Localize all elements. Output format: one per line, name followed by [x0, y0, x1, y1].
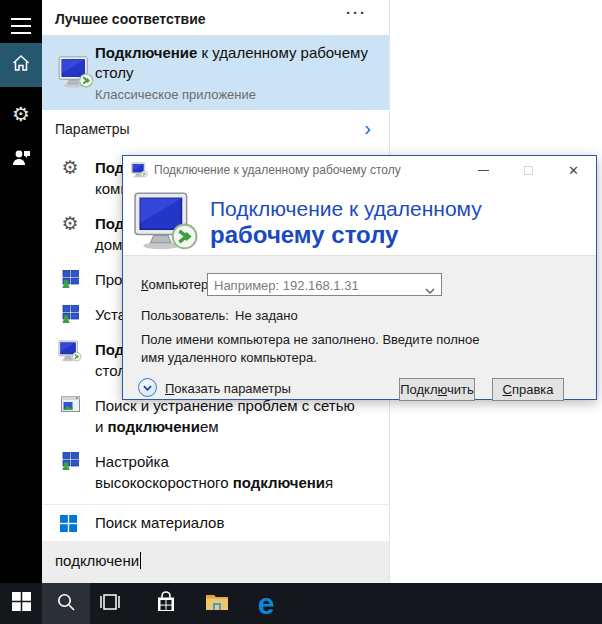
computer-label: Компьютер:: [141, 277, 212, 292]
dialog-title: Подключение к удаленному рабочему столу: [154, 163, 401, 177]
computer-combobox[interactable]: Например: 192.168.1.31: [207, 273, 442, 296]
troubleshoot-icon: [58, 396, 82, 418]
edge-icon: e: [258, 589, 275, 619]
connect-button[interactable]: Подключить: [399, 378, 475, 401]
network-icon: [58, 270, 82, 292]
computer-placeholder: Например: 192.168.1.31: [214, 278, 359, 293]
dialog-titlebar[interactable]: Подключение к удаленному рабочему столу …: [123, 156, 596, 185]
best-match-subtitle: Классическое приложение: [95, 85, 383, 105]
search-result-label: Поиск и устранение проблем с сетьюи подк…: [95, 395, 389, 437]
dialog-banner: Подключение к удаленному рабочему столу: [123, 185, 596, 256]
settings-section-row[interactable]: Параметры ›: [42, 110, 389, 150]
banner-title-line2: рабочему столу: [210, 221, 398, 249]
task-view-button[interactable]: [88, 583, 132, 624]
best-match-item[interactable]: Подключение к удаленному рабочему столу …: [42, 35, 389, 110]
gear-icon: ⚙: [58, 214, 82, 236]
banner-title-line1: Подключение к удаленному: [210, 197, 482, 221]
rdp-icon: [58, 55, 94, 89]
rdp-dialog: Подключение к удаленному рабочему столу …: [122, 155, 597, 400]
text-caret: [140, 552, 141, 569]
search-result-item[interactable]: Настройкавысокоскоростного подключения: [42, 444, 389, 500]
search-materials-item[interactable]: Поиск материалов: [42, 504, 389, 541]
rdp-icon-large: [133, 191, 199, 251]
task-view-icon: [98, 592, 122, 616]
more-options-button[interactable]: ···: [346, 4, 367, 21]
start-sidebar: ⚙: [0, 0, 42, 583]
taskbar: e: [0, 583, 602, 624]
warning-line1: Поле имени компьютера не заполнено. Введ…: [141, 332, 480, 347]
minimize-button[interactable]: [461, 156, 506, 185]
dialog-body: Компьютер: Например: 192.168.1.31 Пользо…: [123, 256, 596, 399]
help-button[interactable]: Справка: [492, 378, 564, 401]
search-input-value: подключени: [55, 552, 139, 569]
best-match-header: Лучшее соответствие: [55, 11, 206, 27]
maximize-button[interactable]: [506, 156, 551, 185]
windows-start-icon: [12, 592, 31, 615]
person-feedback-icon: [11, 147, 31, 171]
gear-icon: ⚙: [58, 158, 82, 180]
rdp-icon: [131, 162, 148, 178]
network-icon: [58, 452, 82, 474]
windows-icon: [60, 515, 77, 536]
sidebar-item-settings[interactable]: ⚙: [0, 96, 42, 132]
desktop: ⚙ Лучшее соответствие ··· Подключение к …: [0, 0, 602, 624]
start-button[interactable]: [0, 583, 42, 624]
close-button[interactable]: ✕: [551, 156, 596, 185]
rdp-icon: [58, 340, 82, 362]
user-label: Пользователь:: [141, 308, 229, 323]
settings-section-label: Параметры: [55, 121, 130, 137]
user-value: Не задано: [235, 308, 298, 323]
edge-button[interactable]: e: [243, 583, 289, 624]
hamburger-menu-button[interactable]: [0, 10, 42, 42]
store-button[interactable]: [144, 583, 188, 624]
warning-line2: имя удаленного компьютера.: [141, 350, 317, 365]
search-input[interactable]: подключени: [42, 541, 389, 583]
store-icon: [155, 591, 177, 617]
network-icon: [58, 305, 82, 327]
sidebar-item-home[interactable]: [0, 43, 42, 87]
show-options-link[interactable]: Показать параметры: [165, 381, 291, 396]
chevron-right-icon: ›: [364, 117, 371, 140]
search-result-label: Настройкавысокоскоростного подключения: [95, 451, 389, 493]
file-explorer-button[interactable]: [195, 583, 239, 624]
search-materials-label: Поиск материалов: [95, 514, 224, 531]
best-match-title: Подключение к удаленному рабочему столу …: [95, 43, 383, 105]
search-icon: [55, 591, 77, 617]
gear-icon: ⚙: [12, 102, 30, 126]
show-options-expander[interactable]: [138, 378, 157, 397]
sidebar-item-feedback[interactable]: [0, 141, 42, 177]
chevron-down-icon: [425, 282, 435, 297]
taskbar-search-button[interactable]: [42, 583, 90, 624]
folder-icon: [205, 592, 229, 616]
home-icon: [11, 53, 31, 77]
